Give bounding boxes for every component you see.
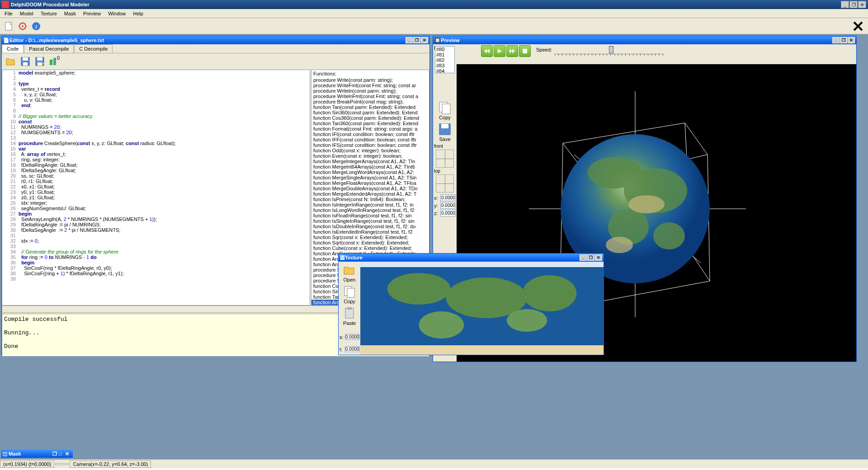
info-button[interactable]: i — [30, 20, 42, 33]
open-file-button[interactable] — [4, 54, 18, 69]
x-label: x: — [434, 195, 440, 201]
save-preview-button[interactable]: Save — [435, 122, 454, 142]
close-button[interactable]: ✕ — [858, 1, 866, 8]
s-label: s: — [340, 334, 345, 340]
function-item[interactable]: function Cube(const x: Extended): Extend… — [311, 245, 429, 251]
z-input[interactable] — [440, 210, 456, 216]
tab-code[interactable]: Code — [2, 44, 24, 53]
new-file-button[interactable] — [3, 20, 15, 33]
function-item[interactable]: procedure Write(const parm: string); — [311, 77, 429, 83]
function-item[interactable]: function Even(const x: integer): boolean… — [311, 153, 429, 159]
menu-file[interactable]: File — [1, 10, 16, 17]
function-item[interactable]: function MergeIntegerArrays(const A1, A2… — [311, 159, 429, 164]
play-button[interactable] — [494, 45, 505, 57]
x-input[interactable] — [440, 194, 456, 201]
texture-copy-button[interactable]: Copy — [340, 285, 359, 304]
menu-help[interactable]: Help — [129, 10, 147, 17]
frame-item[interactable]: #84 — [435, 68, 454, 73]
function-item[interactable]: function IsLongWordInRange(const test, f… — [311, 207, 429, 213]
texture-titlebar[interactable]: 🖼 Texture _ ❐ ✕ — [339, 254, 604, 262]
save-button[interactable] — [18, 54, 33, 69]
menu-mask[interactable]: Mask — [61, 10, 80, 17]
top-crosshair[interactable] — [436, 174, 454, 193]
svg-point-36 — [523, 275, 577, 311]
rewind-button[interactable] — [481, 45, 493, 57]
s-input[interactable] — [345, 334, 359, 340]
tab-pascal-decompile[interactable]: Pascal Decompile — [24, 44, 74, 53]
function-item[interactable]: function Odd(const x: integer): boolean; — [311, 148, 429, 153]
function-item[interactable]: function Cos360(const parm: Extended): E… — [311, 115, 429, 121]
front-crosshair[interactable] — [436, 150, 454, 168]
function-item[interactable]: function IsSingleInRange(const test, f1,… — [311, 218, 429, 224]
function-item[interactable]: function IsFloatInRange(const test, f1, … — [311, 213, 429, 218]
function-item[interactable]: function IFS(const condition: boolean; c… — [311, 142, 429, 148]
function-item[interactable]: procedure WriteFmt(const Fmt: string; co… — [311, 83, 429, 88]
minimize-button[interactable]: _ — [841, 1, 849, 8]
mask-minimized-window[interactable]: ◫ Mask ❐ □ ✕ — [1, 450, 73, 458]
function-item[interactable]: function MergeExtendedArrays(const A1, A… — [311, 191, 429, 197]
editor-minimize[interactable]: _ — [406, 37, 413, 43]
texture-image[interactable] — [360, 262, 604, 355]
frame-item[interactable]: #80 — [435, 47, 454, 52]
texture-minimize[interactable]: _ — [580, 254, 587, 261]
frame-item[interactable]: #82 — [435, 57, 454, 63]
function-item[interactable]: function MergeLongWordArrays(const A1, A… — [311, 169, 429, 175]
function-item[interactable]: procedure Writeln(const parm: string); — [311, 88, 429, 94]
forward-button[interactable] — [506, 45, 518, 57]
function-item[interactable]: function Tan(const parm: Extended): Exte… — [311, 104, 429, 110]
tab-c-decompile[interactable]: C Decompile — [74, 44, 113, 53]
function-item[interactable]: procedure BreakPoint(const msg: string); — [311, 99, 429, 104]
texture-maximize[interactable]: ❐ — [587, 254, 594, 261]
function-item[interactable]: procedure WritelnFmt(const Fmt: string; … — [311, 94, 429, 99]
frame-item[interactable]: #81 — [435, 52, 454, 57]
function-item[interactable]: function IsIntegerInRange(const test, f1… — [311, 202, 429, 207]
menu-window[interactable]: Window — [104, 10, 129, 17]
y-input[interactable] — [440, 202, 456, 209]
menu-preview[interactable]: Preview — [80, 10, 104, 17]
copy-button[interactable]: Copy — [435, 100, 454, 120]
texture-paste-button[interactable]: Paste — [340, 307, 359, 326]
t-input[interactable] — [345, 346, 359, 352]
function-item[interactable]: function IFI(const condition: boolean; c… — [311, 132, 429, 137]
menu-texture[interactable]: Texture — [37, 10, 61, 17]
mask-maximize[interactable]: □ — [59, 451, 65, 456]
frames-list[interactable]: #80#81#82#83#84#85 — [435, 46, 455, 73]
compile-run-button[interactable]: 01 — [47, 54, 61, 69]
menu-model[interactable]: Model — [16, 10, 37, 17]
function-item[interactable]: function MergeInt64Arrays(const A1, A2: … — [311, 164, 429, 169]
function-item[interactable]: function Sqr(const x: Extended): Extende… — [311, 235, 429, 240]
maximize-button[interactable]: ❐ — [849, 1, 858, 8]
editor-close[interactable]: ✕ — [421, 37, 428, 43]
speed-slider[interactable] — [555, 45, 663, 54]
y-label: y: — [434, 203, 440, 208]
preview-minimize[interactable]: _ — [832, 37, 840, 43]
preview-maximize[interactable]: ❐ — [840, 37, 847, 43]
texture-close[interactable]: ✕ — [595, 254, 602, 261]
mask-restore[interactable]: ❐ — [52, 451, 59, 456]
texture-open-button[interactable]: Open — [340, 263, 359, 282]
function-item[interactable]: function Sin360(const parm: Extended): E… — [311, 110, 429, 115]
editor-maximize[interactable]: ❐ — [413, 37, 420, 43]
function-item[interactable]: function IsDoubleInRange(const test, f1,… — [311, 224, 429, 229]
close-big-button[interactable] — [852, 20, 864, 33]
preview-titlebar[interactable]: 🔲 Preview _ ❐ ✕ — [433, 36, 856, 44]
preview-close[interactable]: ✕ — [848, 37, 855, 43]
function-item[interactable]: function Format(const Fmt: string; const… — [311, 126, 429, 132]
function-item[interactable]: function MergeDoubleArrays(const A1, A2:… — [311, 186, 429, 191]
function-item[interactable]: function IsExtendedInRange(const test, f… — [311, 229, 429, 235]
function-item[interactable]: function MergeSingleArrays(const A1, A2:… — [311, 175, 429, 180]
frame-item[interactable]: #83 — [435, 63, 454, 68]
code-editor[interactable]: 1model example5_sphere;23type4 vertex_t … — [2, 70, 310, 306]
function-item[interactable]: function Tan360(const parm: Extended): E… — [311, 121, 429, 126]
top-label: top — [434, 169, 456, 174]
function-item[interactable]: function IFF(const condition: boolean; c… — [311, 137, 429, 142]
preview-title: Preview — [441, 38, 832, 43]
stop-button[interactable] — [519, 45, 531, 57]
function-item[interactable]: function MergeFloatArrays(const A1, A2: … — [311, 180, 429, 186]
function-item[interactable]: function Sqrt(const x: Extended): Extend… — [311, 240, 429, 245]
settings-button[interactable] — [16, 20, 29, 33]
save-as-button[interactable] — [33, 54, 47, 69]
mask-close[interactable]: ✕ — [65, 451, 71, 456]
editor-titlebar[interactable]: 📄 Editor - D:\...mples\example5_sphere.t… — [2, 36, 429, 44]
function-item[interactable]: function IsPrime(const N: Int64): Boolea… — [311, 197, 429, 202]
